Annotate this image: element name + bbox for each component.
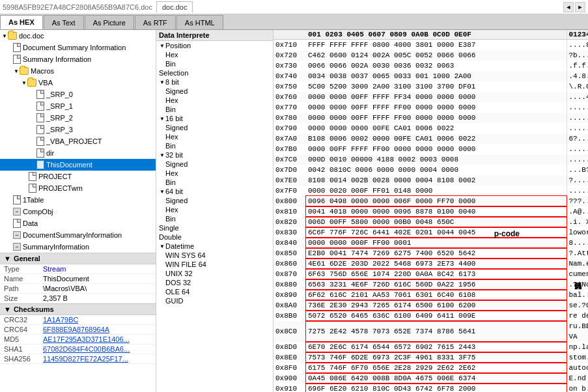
hex-bytes[interactable]: 6F62 616C 2101 AA53 7061 6301 6C40 6108 bbox=[306, 290, 567, 300]
table-row[interactable]: 0x720C462 0600 0124 002A 005C 0052 0066 … bbox=[273, 50, 588, 61]
checksums-panel-header[interactable]: ▼ Checksums bbox=[0, 304, 156, 315]
dt-item-ole64[interactable]: OLE 64 bbox=[156, 287, 273, 296]
hex-bytes[interactable]: 6563 3231 4E6F 726D 616C 560D 0A22 1956 bbox=[306, 279, 567, 290]
dt-item-8bit-hex[interactable]: Hex bbox=[156, 96, 273, 105]
dt-item-single[interactable]: Single bbox=[156, 223, 273, 232]
table-row[interactable]: 0x7F00000 0020 000F FF01 0148 0000......… bbox=[273, 186, 588, 196]
info-value-sha1[interactable]: 67082D684F4C00B6BA6... bbox=[43, 345, 130, 353]
hex-bytes[interactable]: 6F63 756D 656E 1074 220D 0A0A 8C42 6173 bbox=[306, 269, 567, 279]
dt-item-dos32[interactable]: DOS 32 bbox=[156, 278, 273, 287]
general-panel-header[interactable]: ▼ General bbox=[0, 253, 156, 264]
dt-item-winsys64[interactable]: WIN SYS 64 bbox=[156, 251, 273, 260]
hex-bytes[interactable]: 0000 0000 00FF FFFF FF34 0000 0000 0000 bbox=[306, 92, 567, 102]
tree-item-srp0[interactable]: _SRP_0 bbox=[0, 89, 156, 100]
tree-item-vba-project[interactable]: _VBA_PROJECT bbox=[0, 135, 156, 147]
dt-item-selection[interactable]: Selection bbox=[156, 68, 273, 77]
tab-as-html[interactable]: As HTML bbox=[176, 15, 223, 29]
tree-item-summary[interactable]: Summary Information bbox=[0, 53, 156, 65]
hex-bytes[interactable]: 0000 0020 000F FF01 0148 0000 bbox=[306, 186, 567, 196]
dt-item-16bit-hex[interactable]: Hex bbox=[156, 132, 273, 141]
table-row[interactable]: 0x7B00000 00FF FFFF FF00 0000 0000 0000 … bbox=[273, 144, 588, 154]
hex-bytes[interactable]: 000D 0010 00000 4188 0002 0003 0008 bbox=[306, 154, 567, 165]
tree-item-dir[interactable]: dir bbox=[0, 147, 156, 159]
hex-bytes[interactable]: 0000 0000 0000 00FE CA01 0006 0022 bbox=[306, 123, 567, 133]
table-row[interactable]: 0x7400034 0038 0037 0065 0033 001 1000 2… bbox=[273, 71, 588, 81]
tab-as-picture[interactable]: As Picture bbox=[85, 15, 134, 29]
table-row[interactable]: 0x8A0736E 2E30 2943 7265 6174 6500 6100 … bbox=[273, 300, 588, 311]
hex-bytes[interactable]: E2B0 0041 7474 7269 6275 7400 6520 5642 bbox=[306, 248, 567, 259]
table-row[interactable]: 0x8604E61 6D2E 203D 2022 5468 6973 2E73 … bbox=[273, 259, 588, 269]
info-value-sha256[interactable]: 11459D827FE72A25F17... bbox=[43, 355, 128, 363]
hex-bytes[interactable]: 6175 746F 6F70 656E 2E28 2929 2E62 2E62 bbox=[306, 363, 567, 373]
hex-bytes[interactable]: 0034 0038 0037 0065 0033 001 1000 2A00 bbox=[306, 71, 567, 81]
table-row[interactable]: 0x910696F 6E20 6210 810C 0D43 6742 6F78 … bbox=[273, 384, 588, 392]
hex-bytes[interactable]: 0A45 086E 6420 008B 8D0A 4675 006E 6374 bbox=[306, 373, 567, 384]
tree-item-vba[interactable]: ▼ VBA bbox=[0, 77, 156, 89]
info-value-md5[interactable]: AE17F295A3D371E1406... bbox=[43, 335, 130, 343]
hex-bytes[interactable]: 0096 0498 0000 0000 006F 0000 FF70 0000 bbox=[306, 196, 567, 206]
hex-bytes[interactable]: 7275 2E42 4578 7073 652E 7374 8786 5641 bbox=[306, 321, 567, 342]
tab-as-hex[interactable]: As HEX bbox=[0, 15, 43, 29]
table-row[interactable]: 0x8906F62 616C 2101 AA53 7061 6301 6C40 … bbox=[273, 290, 588, 300]
table-row[interactable]: 0x8C07275 2E42 4578 7073 652E 7374 8786 … bbox=[273, 321, 588, 342]
dt-item-32bit-signed[interactable]: Signed bbox=[156, 160, 273, 169]
hex-bytes[interactable]: B108 0006 0002 0000 00FE CA01 0006 0022 bbox=[306, 133, 567, 144]
hex-bytes[interactable]: 0041 4018 0000 0000 0096 8878 0100 0040 bbox=[306, 206, 567, 217]
dt-item-32bit[interactable]: ▼ 32 bit bbox=[156, 150, 273, 160]
dt-item-position[interactable]: ▼ Position bbox=[156, 41, 273, 50]
tree-item-summaryinfo[interactable]: − SummaryInformation bbox=[0, 241, 156, 253]
hex-bytes[interactable]: 0066 0066 002A 0030 0036 0032 0063 bbox=[306, 61, 567, 71]
dt-item-64bit[interactable]: ▼ 64 bit bbox=[156, 187, 273, 196]
hex-bytes[interactable]: 0000 0000 00FF FFFF FF00 0000 0000 0000 bbox=[306, 113, 567, 123]
tree-item-project[interactable]: PROJECT bbox=[0, 171, 156, 182]
hex-bytes[interactable]: 5C00 5200 3000 2A00 3100 3100 3700 DF01 bbox=[306, 81, 567, 92]
dt-item-16bit-bin[interactable]: Bin bbox=[156, 141, 273, 150]
hex-bytes[interactable]: 0000 00FF FFFF FF00 0000 0000 0000 0000 bbox=[306, 144, 567, 154]
dt-item-pos-hex[interactable]: Hex bbox=[156, 50, 273, 59]
table-row[interactable]: 0x710FFFF FFFF FFFF 0800 4000 3801 0000 … bbox=[273, 40, 588, 51]
tree-item-srp3[interactable]: _SRP_3 bbox=[0, 124, 156, 135]
hex-table-container[interactable]: 001 0203 0405 0607 0809 0A0B 0C0D 0E0F 0… bbox=[273, 30, 588, 392]
hex-bytes[interactable]: 0042 0810C 0006 0000 0000 0004 0000 bbox=[306, 165, 567, 175]
tree-item-1table[interactable]: 1Table bbox=[0, 194, 156, 206]
dt-item-32bit-bin[interactable]: Bin bbox=[156, 178, 273, 187]
tree-item-projectwm[interactable]: PROJECTwm bbox=[0, 182, 156, 194]
tab-as-text[interactable]: As Text bbox=[44, 15, 84, 29]
dt-item-8bit[interactable]: ▼ 8 bit bbox=[156, 77, 273, 87]
dt-item-double[interactable]: Double bbox=[156, 232, 273, 242]
table-row[interactable]: 0x820006D 00FF 5800 0000 00B0 0048 650C.… bbox=[273, 217, 588, 227]
table-row[interactable]: 0x9000A45 086E 6420 008B 8D0A 4675 006E … bbox=[273, 373, 588, 384]
active-file-tab[interactable]: doc.doc bbox=[156, 1, 193, 13]
info-value-crc32[interactable]: 1A1A79BC bbox=[43, 316, 78, 324]
table-row[interactable]: 0x7C0000D 0010 00000 4188 0002 0003 0008… bbox=[273, 154, 588, 165]
table-row[interactable]: 0x8400000 0000 000F FF00 00018....... bbox=[273, 238, 588, 248]
table-row[interactable]: 0x7900000 0000 0000 00FE CA01 0006 0022.… bbox=[273, 123, 588, 133]
dt-item-guid[interactable]: GUID bbox=[156, 296, 273, 305]
table-row[interactable]: 0x8B05072 6520 6465 636C 6100 6409 6411 … bbox=[273, 311, 588, 321]
hex-bytes[interactable]: 6E70 2E6C 6174 6544 6572 6902 7615 2443 bbox=[306, 342, 567, 352]
hex-bytes[interactable]: 736E 2E30 2943 7265 6174 6500 6100 6200 bbox=[306, 300, 567, 311]
hex-bytes[interactable]: C462 0600 0124 002A 005C 0052 0066 0066 bbox=[306, 50, 567, 61]
hex-bytes[interactable]: 8108 0014 002B 0028 0000 0004 8108 0002 bbox=[306, 175, 567, 186]
tree-item-docsummary[interactable]: Document Summary Information bbox=[0, 42, 156, 53]
table-row[interactable]: 0x7600000 0000 00FF FFFF FF34 0000 0000 … bbox=[273, 92, 588, 102]
dt-item-32bit-hex[interactable]: Hex bbox=[156, 169, 273, 178]
tab-as-rtf[interactable]: As RTF bbox=[135, 15, 176, 29]
dt-item-pos-bin[interactable]: Bin bbox=[156, 59, 273, 68]
table-row[interactable]: 0x7700000 0000 00FF FFFF FF00 0000 0000 … bbox=[273, 102, 588, 113]
table-row[interactable]: 0x7300066 0066 002A 0030 0036 0032 0063.… bbox=[273, 61, 588, 71]
table-row[interactable]: 0x7A0B108 0006 0002 0000 00FE CA01 0006 … bbox=[273, 133, 588, 144]
dt-item-datetime[interactable]: ▼ Datetime bbox=[156, 242, 273, 251]
tree-item-macros[interactable]: ▼ Macros bbox=[0, 65, 156, 77]
dt-item-8bit-signed[interactable]: Signed bbox=[156, 87, 273, 96]
dt-item-8bit-bin[interactable]: Bin bbox=[156, 105, 273, 114]
tree-item-srp1[interactable]: _SRP_1 bbox=[0, 100, 156, 112]
hex-bytes[interactable]: 006D 00FF 5800 0000 00B0 0048 650C bbox=[306, 217, 567, 227]
dt-item-64bit-hex[interactable]: Hex bbox=[156, 205, 273, 214]
hex-bytes[interactable]: 4E61 6D2E 203D 2022 5468 6973 2E73 4400 bbox=[306, 259, 567, 269]
tree-item-compobj[interactable]: − CompObj bbox=[0, 206, 156, 217]
hex-bytes[interactable]: 6C6F 776F 726C 6441 402E 0201 0044 0045 bbox=[306, 227, 567, 238]
hex-bytes[interactable]: 7573 746F 6D2E 6973 2C3F 4961 8331 3F75 bbox=[306, 352, 567, 363]
nav-forward-button[interactable]: ► bbox=[575, 2, 585, 12]
hex-bytes[interactable]: 696F 6E20 6210 810C 0D43 6742 6F78 2000 bbox=[306, 384, 567, 392]
